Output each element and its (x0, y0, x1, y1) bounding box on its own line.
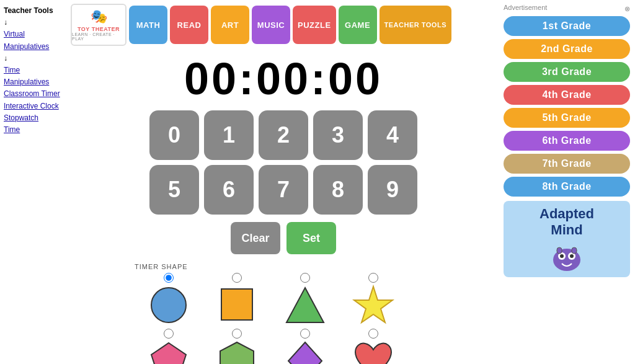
nav-game-button[interactable]: GAME (339, 6, 377, 44)
svg-marker-3 (354, 286, 393, 322)
logo[interactable]: 🎭 TOY THEATER LEARN · CREATE · PLAY (71, 4, 127, 46)
shape-diamond (271, 329, 339, 364)
grade-6-button[interactable]: 6th Grade (504, 131, 630, 151)
sidebar-item-time[interactable]: Time (4, 124, 64, 136)
num-btn-9[interactable]: 9 (368, 165, 417, 215)
top-nav: 🎭 TOY THEATER LEARN · CREATE · PLAY MATH… (68, 4, 499, 46)
shape-square (203, 273, 271, 326)
adapted-mind-text: AdaptedMind (540, 206, 594, 239)
svg-rect-1 (221, 289, 252, 320)
controls: Clear Set (231, 222, 336, 254)
nav-puzzle-button[interactable]: PUZZLE (293, 6, 336, 44)
sidebar: Teacher Tools ↓ Virtual Manipulatives ↓ … (0, 0, 68, 364)
nav-read-button[interactable]: READ (170, 6, 208, 44)
sidebar-item-time-manipulatives[interactable]: Time Manipulatives (4, 64, 64, 88)
num-btn-2[interactable]: 2 (259, 110, 308, 160)
shape-diamond-svg (283, 340, 327, 364)
shape-radio-pentagon[interactable] (164, 329, 174, 339)
shape-triangle-svg (283, 284, 327, 326)
shape-triangle (271, 273, 339, 326)
numpad: 0 1 2 3 4 5 6 7 8 9 (149, 110, 417, 215)
grade-5-button[interactable]: 5th Grade (504, 108, 630, 128)
grade-4-button[interactable]: 4th Grade (504, 85, 630, 105)
svg-rect-12 (557, 247, 562, 254)
svg-marker-6 (288, 342, 322, 364)
sidebar-item-virtual-manipulatives[interactable]: Virtual Manipulatives (4, 29, 64, 52)
svg-marker-5 (220, 342, 254, 364)
shape-radio-heart[interactable] (368, 329, 378, 339)
svg-point-10 (560, 254, 564, 258)
num-btn-5[interactable]: 5 (149, 165, 199, 215)
shape-pentagon-svg (147, 340, 190, 364)
ad-close-icon[interactable]: ⊗ (624, 5, 630, 13)
nav-music-button[interactable]: MUSIC (252, 6, 290, 44)
nav-art-button[interactable]: ART (211, 6, 249, 44)
shape-heart (339, 329, 407, 364)
shape-radio-star[interactable] (368, 273, 378, 283)
nav-teacher-button[interactable]: TEACHER TOOLS (380, 6, 451, 44)
sidebar-item-stopwatch[interactable]: Stopwatch (4, 112, 64, 124)
shape-pentagon (135, 329, 203, 364)
grade-3-button[interactable]: 3rd Grade (504, 62, 630, 82)
shape-radio-square[interactable] (232, 273, 242, 283)
svg-point-11 (570, 254, 574, 258)
shape-hexagon (203, 329, 271, 364)
shape-circle (135, 273, 203, 326)
set-button[interactable]: Set (286, 222, 336, 254)
shapes-section: TIMER SHAPE (135, 263, 432, 364)
logo-top-text: TOY THEATER (78, 26, 120, 32)
shape-radio-diamond[interactable] (300, 329, 310, 339)
shape-radio-triangle[interactable] (300, 273, 310, 283)
adapted-mind-monster-icon (548, 241, 585, 272)
ad-panel: Advertisement ⊗ 1st Grade 2nd Grade 3rd … (499, 0, 635, 364)
num-btn-8[interactable]: 8 (313, 165, 363, 215)
svg-rect-13 (572, 247, 577, 254)
shapes-grid (135, 273, 432, 364)
num-btn-7[interactable]: 7 (259, 165, 308, 215)
sidebar-arrow2: ↓ (4, 53, 64, 64)
svg-marker-4 (151, 343, 186, 364)
nav-math-button[interactable]: MATH (129, 6, 167, 44)
logo-bottom-text: LEARN · CREATE · PLAY (72, 32, 125, 41)
sidebar-title: Teacher Tools (4, 5, 64, 17)
shape-heart-svg (352, 340, 395, 364)
grade-2-button[interactable]: 2nd Grade (504, 39, 630, 59)
svg-point-0 (151, 288, 186, 322)
svg-marker-2 (286, 288, 324, 322)
clear-button[interactable]: Clear (231, 222, 280, 254)
grade-7-button[interactable]: 7th Grade (504, 154, 630, 174)
logo-mascot: 🎭 (91, 9, 107, 25)
sidebar-item-interactive-clock[interactable]: Interactive Clock (4, 100, 64, 112)
num-btn-0[interactable]: 0 (149, 110, 199, 160)
shapes-label: TIMER SHAPE (135, 263, 432, 270)
grade-8-button[interactable]: 8th Grade (504, 177, 630, 197)
main-content: 🎭 TOY THEATER LEARN · CREATE · PLAY MATH… (68, 0, 499, 364)
sidebar-arrow1: ↓ (4, 17, 64, 29)
shape-radio-hexagon[interactable] (232, 329, 242, 339)
num-btn-1[interactable]: 1 (204, 110, 254, 160)
adapted-mind-ad[interactable]: AdaptedMind (504, 201, 630, 277)
shape-circle-svg (147, 284, 190, 326)
shape-square-svg (215, 284, 259, 326)
shape-star-svg (352, 284, 395, 326)
num-btn-6[interactable]: 6 (204, 165, 254, 215)
num-btn-3[interactable]: 3 (313, 110, 363, 160)
grade-1-button[interactable]: 1st Grade (504, 16, 630, 36)
shape-hexagon-svg (215, 340, 259, 364)
ad-label: Advertisement (504, 4, 547, 11)
shape-radio-circle[interactable] (164, 273, 174, 283)
num-btn-4[interactable]: 4 (368, 110, 417, 160)
timer-display: 00:00:00 (184, 53, 383, 104)
shape-star (339, 273, 407, 326)
sidebar-item-classroom-timer[interactable]: Classroom Timer (4, 88, 64, 100)
